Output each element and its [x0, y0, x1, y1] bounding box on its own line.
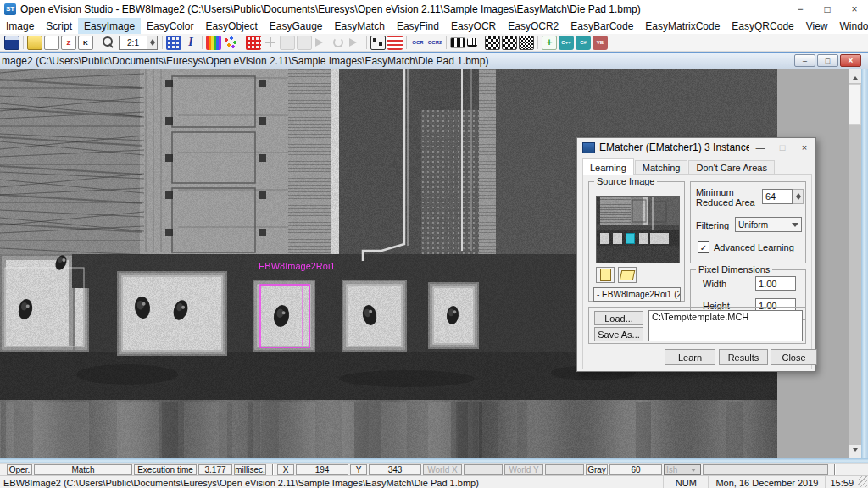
- menu-easyocr2[interactable]: EasyOCR2: [502, 18, 565, 34]
- advanced-learning-label: Advanced Learning: [714, 242, 794, 252]
- min-reduced-area-input[interactable]: 64: [762, 189, 793, 204]
- image-window-restore-button[interactable]: □: [817, 54, 838, 67]
- close-button[interactable]: ×: [841, 0, 868, 18]
- y-value: 343: [369, 464, 421, 475]
- load-button[interactable]: Load...: [594, 311, 643, 325]
- coordbar-separator: [272, 464, 273, 475]
- menu-script[interactable]: Script: [40, 18, 78, 34]
- page-gray-icon: [280, 36, 295, 50]
- tab-learning[interactable]: Learning: [582, 158, 634, 175]
- roi-selector-value: - EBW8Image2Roi1 (233,: [597, 290, 681, 299]
- toolbar-separator: [406, 36, 407, 49]
- save-as-button[interactable]: Save As...: [594, 327, 643, 341]
- app-title-bar: ST Open eVision Studio - EBW8Image2 (C:\…: [0, 0, 868, 19]
- barcode-small-icon[interactable]: [467, 38, 477, 47]
- ematcher-minimize-button[interactable]: —: [749, 138, 771, 157]
- menu-easybarcode[interactable]: EasyBarCode: [565, 18, 639, 34]
- image-window-title-bar[interactable]: mage2 (C:\Users\Public\Documents\Euresys…: [0, 52, 868, 69]
- filtering-label: Filtering: [696, 220, 729, 230]
- gray-label: Gray: [586, 464, 608, 475]
- minimize-button[interactable]: −: [787, 0, 814, 18]
- filtering-combo[interactable]: Uniform: [735, 217, 802, 232]
- maximize-button[interactable]: □: [814, 0, 841, 18]
- ish-combo: Ish: [664, 464, 701, 475]
- zoom-ratio-spinner[interactable]: [147, 36, 157, 49]
- roi-selector-combo[interactable]: - EBW8Image2Roi1 (233,: [593, 287, 681, 302]
- menu-easyimage[interactable]: EasyImage: [78, 18, 141, 34]
- chevron-down-icon: [792, 223, 798, 230]
- zoom-ratio-combo[interactable]: 2:1: [119, 36, 158, 50]
- menu-easyocr[interactable]: EasyOCR: [445, 18, 502, 34]
- menu-easyobject[interactable]: EasyObject: [199, 18, 263, 34]
- save-icon[interactable]: [4, 36, 19, 50]
- vb-icon[interactable]: VB: [593, 36, 608, 50]
- arrow-gray2-icon: [348, 36, 363, 50]
- ocr2-icon[interactable]: OCR2: [427, 36, 442, 50]
- menu-easymatch[interactable]: EasyMatch: [329, 18, 391, 34]
- ematcher-close-icon[interactable]: ×: [793, 138, 815, 157]
- world-x-label: World X: [423, 464, 462, 475]
- width-input[interactable]: 1.00: [755, 276, 796, 291]
- new-template-button[interactable]: [596, 267, 615, 283]
- barcode-icon[interactable]: [450, 37, 465, 48]
- menu-easyqrcode[interactable]: EasyQRCode: [726, 18, 799, 34]
- close-dialog-button[interactable]: Close: [771, 349, 817, 365]
- add-green-icon[interactable]: +: [542, 36, 557, 50]
- menu-easymatrixcode[interactable]: EasyMatrixCode: [639, 18, 726, 34]
- red-grid-icon[interactable]: [246, 36, 261, 50]
- image-window-right-frame: [861, 69, 868, 458]
- chevron-down-icon: [691, 469, 696, 474]
- resize-grip[interactable]: [858, 476, 868, 488]
- italic-i-icon[interactable]: I: [183, 36, 198, 50]
- gray-value: 60: [609, 464, 662, 475]
- new-image-icon[interactable]: [44, 36, 59, 50]
- learning-tab-panel: Source Image - EBW8Image2Roi1 (233, Mini…: [582, 174, 812, 369]
- coordbar-separator: [834, 464, 835, 475]
- matrixcode2-icon[interactable]: [502, 36, 517, 50]
- menu-image[interactable]: Image: [0, 18, 40, 34]
- vertical-scrollbar[interactable]: [849, 69, 861, 458]
- template-path-field[interactable]: C:\Temp\template.MCH: [648, 310, 803, 341]
- matrixcode-icon[interactable]: [485, 36, 500, 50]
- num-lock-indicator: NUM: [663, 476, 708, 488]
- color-dots-icon[interactable]: [223, 36, 238, 50]
- millisec-label: millisec.: [234, 464, 266, 475]
- app-icon: ST: [4, 3, 16, 15]
- image-z-icon[interactable]: Z: [61, 36, 76, 50]
- scroll-up-icon[interactable]: [849, 69, 861, 83]
- ocr-icon[interactable]: OCR: [410, 36, 426, 50]
- menu-easyfind[interactable]: EasyFind: [391, 18, 445, 34]
- ematcher-maximize-button: □: [771, 138, 793, 157]
- open-image-icon[interactable]: [27, 36, 42, 50]
- menu-window[interactable]: Window: [834, 18, 868, 34]
- menu-view[interactable]: View: [800, 18, 834, 34]
- results-button[interactable]: Results: [719, 349, 768, 365]
- menu-easygauge[interactable]: EasyGauge: [264, 18, 329, 34]
- red-x-grid-icon[interactable]: [387, 36, 403, 50]
- scrollbar-thumb[interactable]: [849, 84, 861, 125]
- qrcode-icon[interactable]: [519, 36, 534, 50]
- scroll-down-icon[interactable]: [849, 445, 861, 458]
- menu-easycolor[interactable]: EasyColor: [141, 18, 199, 34]
- image-window-close-button[interactable]: ×: [840, 54, 861, 67]
- csharp-icon[interactable]: C#: [576, 36, 591, 50]
- ematcher-title-bar[interactable]: EMatcher (EMatcher1) 3 Instance(s) F... …: [577, 138, 815, 157]
- learn-button[interactable]: Learn: [665, 349, 715, 365]
- cpp-icon[interactable]: C++: [559, 36, 574, 50]
- toolbar-separator: [481, 36, 481, 49]
- spinner-up-icon[interactable]: [796, 191, 801, 197]
- arrow-gray-icon: [314, 36, 329, 50]
- image-k-icon[interactable]: K: [78, 36, 93, 50]
- pattern-squares-icon[interactable]: [370, 36, 386, 50]
- move-icon: [263, 36, 278, 50]
- image-window-minimize-button[interactable]: –: [794, 54, 815, 67]
- min-reduced-area-stepper[interactable]: [793, 189, 804, 204]
- magnifier-icon[interactable]: [101, 36, 116, 50]
- advanced-learning-checkbox[interactable]: ✓ Advanced Learning: [698, 241, 794, 253]
- ematcher-title: EMatcher (EMatcher1) 3 Instance(s) F...: [599, 141, 749, 153]
- source-image-thumbnail[interactable]: [596, 196, 680, 263]
- open-template-button[interactable]: [618, 267, 637, 283]
- grid-icon[interactable]: [166, 36, 181, 50]
- spinner-down-icon[interactable]: [796, 197, 801, 202]
- palette-icon[interactable]: [206, 36, 221, 50]
